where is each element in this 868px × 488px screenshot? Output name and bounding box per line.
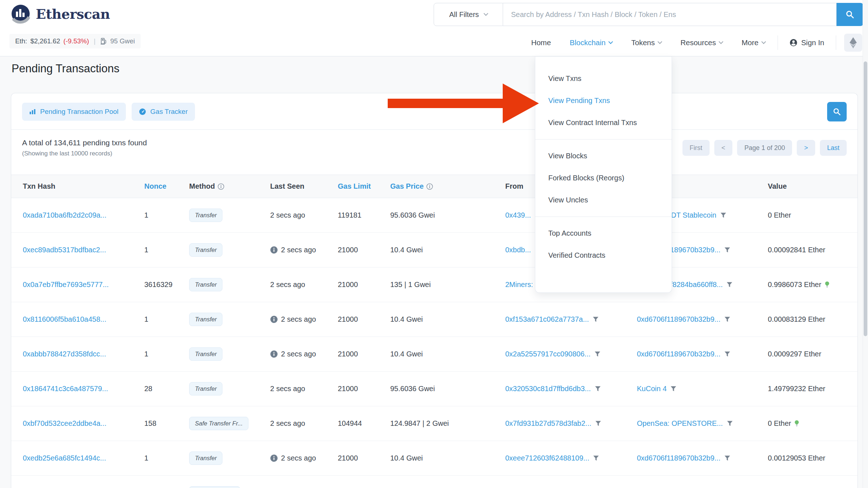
- gas-price-value: 95.6036 Gwei: [390, 385, 435, 393]
- value-amount: 0 Ether: [768, 211, 791, 219]
- filter-funnel-icon[interactable]: [724, 247, 730, 253]
- from-address-link[interactable]: 0x7fd931b27d578d3fab2...: [505, 419, 591, 428]
- col-header-gas-price[interactable]: Gas Price: [390, 175, 505, 198]
- to-address-link[interactable]: KuCoin 4: [637, 385, 667, 393]
- etherscan-pending-transactions-page: Etherscan All Filters Eth: $2,261.62 (-9…: [0, 0, 868, 488]
- menu-item-view-blocks[interactable]: View Blocks: [535, 145, 672, 167]
- from-address-link[interactable]: 0xbdb...: [505, 246, 531, 254]
- col-header-gas-limit[interactable]: Gas Limit: [338, 175, 390, 198]
- from-address-link[interactable]: 0x2a52557917cc090806...: [505, 350, 591, 358]
- nav-item-tokens[interactable]: Tokens: [622, 38, 671, 47]
- gas-limit-value: 21000: [338, 246, 358, 254]
- menu-item-verified-contracts[interactable]: Verified Contracts: [535, 244, 672, 266]
- filter-funnel-icon[interactable]: [724, 351, 730, 357]
- last-seen-value: 2 secs ago: [281, 315, 316, 324]
- nonce-value: 3616329: [144, 281, 173, 288]
- menu-item-view-contract-internal-txns[interactable]: View Contract Internal Txns: [535, 112, 672, 134]
- gas-price-value: 95 Gwei: [110, 37, 135, 45]
- filter-funnel-icon[interactable]: [724, 455, 730, 461]
- table-search-button[interactable]: [827, 102, 847, 121]
- gas-limit-value: 21000: [338, 281, 358, 288]
- sign-in-button[interactable]: Sign In: [781, 38, 833, 47]
- all-filters-label: All Filters: [449, 10, 479, 19]
- gas-limit-value: 104944: [338, 419, 362, 427]
- search-icon: [833, 107, 841, 116]
- chevron-down-icon: [609, 39, 613, 44]
- menu-item-view-txns[interactable]: View Txns: [535, 68, 672, 90]
- pagination-first-button[interactable]: First: [682, 140, 710, 156]
- nonce-value: 158: [144, 419, 156, 427]
- filter-funnel-icon[interactable]: [720, 213, 726, 218]
- global-search: All Filters: [434, 3, 863, 26]
- to-address-link[interactable]: 0xd6706f1189670b32b9...: [637, 454, 720, 462]
- gas-price-value: 10.4 Gwei: [390, 246, 423, 254]
- search-input[interactable]: [503, 3, 837, 26]
- table-row: 0xedb25e6a685fc1494c...1Transfer2 secs a…: [11, 441, 858, 476]
- filter-funnel-icon[interactable]: [595, 421, 601, 426]
- gas-limit-value: 21000: [338, 350, 358, 358]
- txn-hash-link[interactable]: 0xbf70d532cee2ddbe4a...: [23, 419, 106, 427]
- network-switch-button[interactable]: [844, 34, 862, 52]
- filter-funnel-icon[interactable]: [727, 282, 732, 287]
- last-seen-value: 2 secs ago: [281, 350, 316, 358]
- filter-funnel-icon[interactable]: [727, 421, 733, 426]
- nonce-value: 28: [144, 385, 152, 393]
- table-row: 0xec89adb5317bdfbac2...1Transfer2 secs a…: [11, 233, 858, 267]
- last-seen-value: 2 secs ago: [281, 454, 316, 462]
- gauge-icon: [139, 108, 146, 115]
- pagination-next-button[interactable]: >: [797, 140, 815, 156]
- to-address-link[interactable]: 0xd6706f1189670b32b9...: [637, 315, 720, 324]
- etherscan-logo[interactable]: Etherscan: [10, 4, 110, 25]
- from-address-link[interactable]: 0x320530c81d7ffbd6db3...: [505, 385, 591, 393]
- pagination-last-button[interactable]: Last: [820, 140, 847, 156]
- search-button[interactable]: [837, 3, 863, 26]
- txn-hash-link[interactable]: 0xada710ba6fb2d2c09a...: [23, 211, 106, 219]
- nav-item-resources[interactable]: Resources: [671, 38, 732, 47]
- to-address-link[interactable]: OpenSea: OPENSTORE...: [637, 419, 723, 428]
- nav-item-more[interactable]: More: [732, 38, 775, 47]
- txn-hash-link[interactable]: 0xedb25e6a685fc1494c...: [23, 454, 106, 462]
- gas-limit-value: 21000: [338, 454, 358, 462]
- from-address-link[interactable]: 0x439...: [505, 211, 531, 219]
- col-header-last-seen: Last Seen: [270, 175, 338, 198]
- menu-item-view-pending-txns[interactable]: View Pending Txns: [535, 90, 672, 112]
- pending-info-icon: [270, 316, 278, 323]
- filter-funnel-icon[interactable]: [595, 351, 600, 357]
- menu-item-top-accounts[interactable]: Top Accounts: [535, 222, 672, 244]
- method-badge: Transfer: [189, 313, 222, 326]
- nav-divider: [778, 35, 778, 50]
- gas-tracker-button[interactable]: Gas Tracker: [132, 103, 195, 121]
- table-row: 0x2dae3a14c93eec573f...10Atomic Match_2 …: [11, 476, 858, 488]
- info-icon: [218, 183, 224, 190]
- gas-price-value: 10.4 Gwei: [390, 315, 423, 323]
- scrollbar-thumb[interactable]: [864, 61, 867, 336]
- filter-funnel-icon[interactable]: [593, 317, 599, 322]
- pagination-prev-button[interactable]: <: [714, 140, 733, 156]
- filter-funnel-icon[interactable]: [724, 317, 730, 322]
- gas-price-value: 10.4 Gwei: [390, 350, 423, 358]
- table-header-row: Txn Hash Nonce Method Last Seen Gas Limi…: [11, 175, 858, 198]
- filter-funnel-icon[interactable]: [671, 386, 676, 391]
- nav-item-home[interactable]: Home: [522, 38, 561, 47]
- txn-hash-link[interactable]: 0x1864741c3c6a487579...: [23, 385, 108, 393]
- nav-item-blockchain[interactable]: Blockchain: [560, 38, 622, 47]
- pending-pool-button[interactable]: Pending Transaction Pool: [22, 103, 126, 121]
- to-address-link[interactable]: 0xd6706f1189670b32b9...: [637, 350, 720, 358]
- menu-item-view-uncles[interactable]: View Uncles: [535, 189, 672, 211]
- filter-funnel-icon[interactable]: [595, 386, 601, 391]
- table-row: 0x1864741c3c6a487579...28Transfer2 secs …: [11, 372, 858, 406]
- from-address-link[interactable]: 0xeee712603f62488109...: [505, 454, 589, 462]
- col-header-nonce[interactable]: Nonce: [144, 175, 189, 198]
- txn-hash-link[interactable]: 0x8116006f5ba610a458...: [23, 315, 106, 323]
- stat-divider: |: [92, 37, 97, 45]
- filter-funnel-icon[interactable]: [593, 455, 599, 461]
- value-amount: 0.00083129 Ether: [768, 315, 825, 324]
- txn-hash-link[interactable]: 0xec89adb5317bdfbac2...: [23, 246, 106, 254]
- menu-item-forked-blocks-reorgs[interactable]: Forked Blocks (Reorgs): [535, 167, 672, 189]
- all-filters-select[interactable]: All Filters: [434, 3, 503, 26]
- from-address-link[interactable]: 0xf153a671c062a7737a...: [505, 315, 589, 324]
- scrollbar: [863, 0, 868, 488]
- eth-price-change: (-9.53%): [63, 37, 89, 45]
- txn-hash-link[interactable]: 0x0a7eb7ffbe7693e5777...: [23, 281, 109, 288]
- txn-hash-link[interactable]: 0xabbb788427d358fdcc...: [23, 350, 106, 358]
